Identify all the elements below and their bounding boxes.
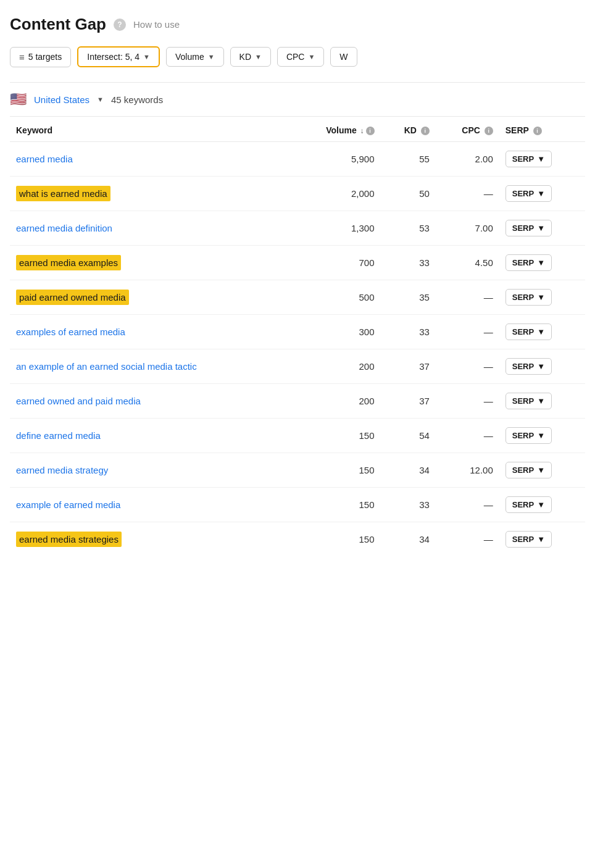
keyword-link[interactable]: example of earned media (16, 499, 120, 510)
keyword-cell: what is earned media (10, 177, 292, 211)
col-volume: Volume ↓i (292, 117, 381, 142)
volume-filter-button[interactable]: Volume ▼ (166, 47, 224, 67)
table-row: earned media strategies15034—SERP ▼ (10, 522, 585, 557)
serp-chevron-icon: ▼ (537, 293, 545, 302)
serp-chevron-icon: ▼ (537, 223, 545, 233)
keyword-link[interactable]: earned media (16, 154, 73, 164)
serp-button[interactable]: SERP ▼ (506, 427, 552, 444)
volume-cell: 1,300 (292, 211, 381, 246)
keywords-table: Keyword Volume ↓i KD i CPC i SERP i earn… (10, 117, 585, 556)
intersect-button[interactable]: Intersect: 5, 4 ▼ (77, 46, 160, 67)
serp-label: SERP (512, 154, 534, 164)
serp-chevron-icon: ▼ (537, 189, 545, 198)
cpc-cell: — (436, 349, 499, 384)
serp-label: SERP (512, 500, 534, 509)
help-icon[interactable]: ? (114, 19, 126, 31)
table-row: define earned media15054—SERP ▼ (10, 419, 585, 453)
serp-button[interactable]: SERP ▼ (506, 496, 552, 513)
volume-label: Volume (175, 52, 204, 62)
serp-cell: SERP ▼ (499, 453, 585, 488)
serp-chevron-icon: ▼ (537, 258, 545, 267)
serp-label: SERP (512, 396, 534, 406)
keyword-link[interactable]: examples of earned media (16, 327, 125, 337)
col-kd: KD i (381, 117, 436, 142)
kd-info-icon[interactable]: i (421, 127, 430, 135)
serp-cell: SERP ▼ (499, 488, 585, 522)
keyword-link[interactable]: paid earned owned media (19, 292, 126, 303)
table-row: earned media5,900552.00SERP ▼ (10, 142, 585, 177)
volume-cell: 200 (292, 349, 381, 384)
kd-filter-button[interactable]: KD ▼ (230, 47, 271, 67)
serp-info-icon[interactable]: i (533, 127, 542, 135)
country-selector[interactable]: United States (34, 94, 89, 105)
serp-button[interactable]: SERP ▼ (506, 220, 552, 236)
kd-cell: 34 (381, 453, 436, 488)
serp-cell: SERP ▼ (499, 384, 585, 419)
kd-cell: 37 (381, 384, 436, 419)
w-filter-button[interactable]: W (330, 47, 357, 67)
cpc-filter-button[interactable]: CPC ▼ (277, 47, 324, 67)
volume-info-icon[interactable]: i (366, 127, 375, 135)
keyword-cell: earned media definition (10, 211, 292, 246)
serp-button[interactable]: SERP ▼ (506, 323, 552, 340)
volume-cell: 150 (292, 453, 381, 488)
serp-button[interactable]: SERP ▼ (506, 358, 552, 375)
kd-cell: 55 (381, 142, 436, 177)
serp-chevron-icon: ▼ (537, 327, 545, 336)
volume-cell: 700 (292, 246, 381, 280)
kd-cell: 37 (381, 349, 436, 384)
table-row: example of earned media15033—SERP ▼ (10, 488, 585, 522)
how-to-use-link[interactable]: How to use (133, 19, 180, 30)
serp-button[interactable]: SERP ▼ (506, 289, 552, 306)
serp-label: SERP (512, 258, 534, 267)
serp-cell: SERP ▼ (499, 142, 585, 177)
targets-button[interactable]: ≡ 5 targets (10, 47, 71, 67)
col-cpc: CPC i (436, 117, 499, 142)
table-row: earned media examples700334.50SERP ▼ (10, 246, 585, 280)
serp-label: SERP (512, 293, 534, 302)
cpc-cell: — (436, 280, 499, 315)
country-chevron-icon[interactable]: ▼ (97, 96, 104, 103)
targets-label: 5 targets (28, 52, 62, 62)
serp-chevron-icon: ▼ (537, 465, 545, 475)
keyword-link[interactable]: define earned media (16, 430, 101, 441)
kd-cell: 33 (381, 246, 436, 280)
keyword-link[interactable]: earned media strategies (19, 534, 119, 545)
cpc-cell: 2.00 (436, 142, 499, 177)
kd-chevron-icon: ▼ (255, 53, 262, 61)
page-wrapper: Content Gap ? How to use ≡ 5 targets Int… (0, 0, 595, 571)
toolbar: ≡ 5 targets Intersect: 5, 4 ▼ Volume ▼ K… (10, 46, 585, 67)
keyword-link[interactable]: earned media definition (16, 223, 112, 233)
volume-cell: 200 (292, 384, 381, 419)
keyword-cell: example of earned media (10, 488, 292, 522)
table-row: earned media definition1,300537.00SERP ▼ (10, 211, 585, 246)
serp-cell: SERP ▼ (499, 246, 585, 280)
keyword-link[interactable]: an example of an earned social media tac… (16, 361, 197, 372)
cpc-cell: 7.00 (436, 211, 499, 246)
serp-button[interactable]: SERP ▼ (506, 393, 552, 409)
cpc-cell: — (436, 488, 499, 522)
cpc-cell: 4.50 (436, 246, 499, 280)
serp-button[interactable]: SERP ▼ (506, 254, 552, 271)
cpc-info-icon[interactable]: i (485, 127, 493, 135)
kd-cell: 54 (381, 419, 436, 453)
serp-button[interactable]: SERP ▼ (506, 185, 552, 202)
keyword-cell: earned media strategy (10, 453, 292, 488)
serp-button[interactable]: SERP ▼ (506, 151, 552, 167)
serp-cell: SERP ▼ (499, 522, 585, 557)
keyword-cell: earned media examples (10, 246, 292, 280)
keyword-link[interactable]: earned media strategy (16, 465, 108, 475)
meta-row: 🇺🇸 United States ▼ 45 keywords (10, 82, 585, 117)
serp-chevron-icon: ▼ (537, 362, 545, 371)
keyword-link[interactable]: earned media examples (19, 257, 118, 268)
serp-button[interactable]: SERP ▼ (506, 531, 552, 548)
kd-label: KD (239, 52, 251, 62)
serp-cell: SERP ▼ (499, 419, 585, 453)
w-label: W (339, 52, 347, 62)
volume-chevron-icon: ▼ (208, 53, 215, 61)
serp-button[interactable]: SERP ▼ (506, 462, 552, 478)
serp-label: SERP (512, 223, 534, 233)
keyword-link[interactable]: what is earned media (19, 188, 107, 199)
page-title: Content Gap (10, 15, 106, 34)
keyword-link[interactable]: earned owned and paid media (16, 396, 141, 406)
